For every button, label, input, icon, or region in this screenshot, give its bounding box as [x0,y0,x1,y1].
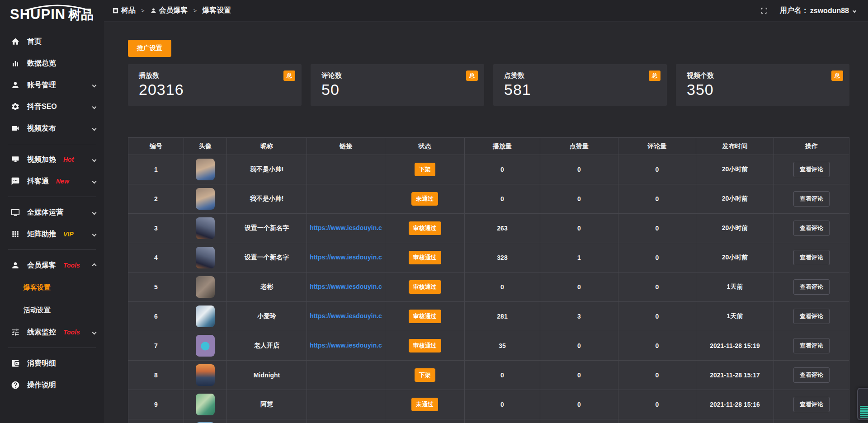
sidebar-item[interactable]: 抖音SEO [0,96,104,118]
time-cell: 1天前 [696,273,774,302]
breadcrumb-item[interactable]: 树品 [121,6,136,15]
sidebar-item-label: 抖音SEO [27,102,57,112]
view-comments-button[interactable]: 查看评论 [793,279,830,295]
sidebar-subitem-label: 爆客设置 [24,283,51,292]
view-comments-button[interactable]: 查看评论 [793,397,830,412]
sidebar-item[interactable]: 视频发布 [0,118,104,139]
video-link[interactable]: https://www.iesdouyin.c [310,342,382,349]
time-cell: 1天前 [696,302,774,331]
plays-cell: 0 [465,390,540,419]
likes-cell: 0 [540,361,618,390]
action-cell: 查看评论 [774,302,849,331]
view-comments-button[interactable]: 查看评论 [793,191,830,207]
row-id: 4 [128,243,184,273]
view-comments-button[interactable]: 查看评论 [793,221,830,236]
sidebar-item[interactable]: 线索监控Tools [0,321,104,343]
sidebar-item[interactable]: 首页 [0,31,104,52]
brand-logo: SHUPIN树品 [0,4,104,24]
chevron-down-icon [92,179,97,183]
table-row: 9阿慧未通过0002021-11-28 15:16查看评论 [128,390,849,419]
promo-settings-button[interactable]: 推广设置 [128,40,171,57]
row-id: 1 [128,155,184,184]
view-comments-button[interactable]: 查看评论 [793,162,830,177]
status-badge: 审核通过 [409,280,441,294]
comments-cell: 0 [618,184,696,214]
stat-card: 播放数20316总 [128,64,302,106]
total-badge: 总 [283,70,295,81]
fullscreen-icon[interactable] [760,7,768,14]
row-id: 2 [128,184,184,214]
likes-cell: 0 [540,184,618,214]
link-cell: https://www.iesdouyin.c [307,331,385,361]
videos-table: 编号头像昵称链接状态播放量点赞量评论量发布时间操作 1我不是小帅!下架00020… [128,137,849,423]
action-cell: 查看评论 [774,155,849,184]
status-badge: 审核通过 [409,310,441,323]
avatar [196,159,215,180]
status-cell: 审核通过 [385,331,465,361]
nickname-cell: 我不是小帅! [227,184,307,214]
sidebar-item[interactable]: 抖客通New [0,170,104,192]
sidebar-item[interactable]: 账号管理 [0,74,104,96]
breadcrumb-separator: > [141,7,145,14]
floating-widget-bars [860,406,868,418]
stat-value: 581 [504,81,667,99]
sidebar-item[interactable]: 矩阵助推VIP [0,223,104,245]
comments-cell: 0 [618,214,696,243]
comments-cell: 0 [618,243,696,273]
avatar-cell [184,302,227,331]
sidebar-item[interactable]: 视频加热Hot [0,149,104,170]
column-header: 点赞量 [540,138,618,155]
sidebar-item[interactable]: 数据总览 [0,52,104,74]
action-cell: 查看评论 [774,214,849,243]
status-badge: 未通过 [411,192,438,206]
likes-cell: 3 [540,302,618,331]
stat-label: 点赞数 [504,71,667,80]
stat-value: 20316 [139,81,302,99]
time-cell: 2021-11-28 15:19 [696,331,774,361]
user-menu[interactable]: 用户名：zswodun88 [780,6,856,15]
view-comments-button[interactable]: 查看评论 [793,338,830,353]
sidebar-subitem[interactable]: 活动设置 [0,299,104,321]
status-badge: 审核通过 [409,221,441,235]
sidebar-item[interactable]: 全媒体运营 [0,202,104,223]
status-badge: 下架 [415,163,435,176]
sidebar-item-label: 数据总览 [27,59,56,68]
plays-cell: 0 [465,155,540,184]
status-badge: 未通过 [411,398,438,411]
sidebar-item[interactable]: 操作说明 [0,374,104,396]
link-cell [307,155,385,184]
floating-widget[interactable] [857,388,868,420]
status-badge: 审核通过 [409,339,441,352]
sidebar-item[interactable]: 消费明细 [0,352,104,374]
link-cell: https://www.iesdouyin.c [307,273,385,302]
breadcrumb-item[interactable]: 会员爆客 [159,6,188,15]
chevron-down-icon [92,157,97,162]
video-link[interactable]: https://www.iesdouyin.c [310,254,382,261]
avatar-cell [184,214,227,243]
avatar [196,188,215,210]
view-comments-button[interactable]: 查看评论 [793,367,830,383]
video-link[interactable]: https://www.iesdouyin.c [310,312,382,320]
time-cell: 20小时前 [696,214,774,243]
video-link[interactable]: https://www.iesdouyin.c [310,224,382,231]
table-row: 3设置一个新名字https://www.iesdouyin.c审核通过26300… [128,214,849,243]
stat-value: 50 [321,81,484,99]
table-row: 7老人开店https://www.iesdouyin.c审核通过35002021… [128,331,849,361]
column-header: 链接 [307,138,385,155]
action-cell: 查看评论 [774,184,849,214]
row-id: 3 [128,214,184,243]
chevron-down-icon [92,126,97,131]
table-row-partial [128,419,849,423]
stat-value: 350 [687,81,849,99]
breadcrumb-current: 爆客设置 [202,6,231,15]
likes-cell: 0 [540,273,618,302]
avatar [196,335,215,357]
user-icon [11,80,20,89]
view-comments-button[interactable]: 查看评论 [793,309,830,324]
sidebar-item-label: 矩阵助推 [27,230,56,239]
avatar [196,306,215,327]
view-comments-button[interactable]: 查看评论 [793,250,830,265]
video-link[interactable]: https://www.iesdouyin.c [310,283,382,290]
sidebar-item[interactable]: 会员爆客Tools [0,254,104,276]
sidebar-subitem[interactable]: 爆客设置 [0,276,104,299]
